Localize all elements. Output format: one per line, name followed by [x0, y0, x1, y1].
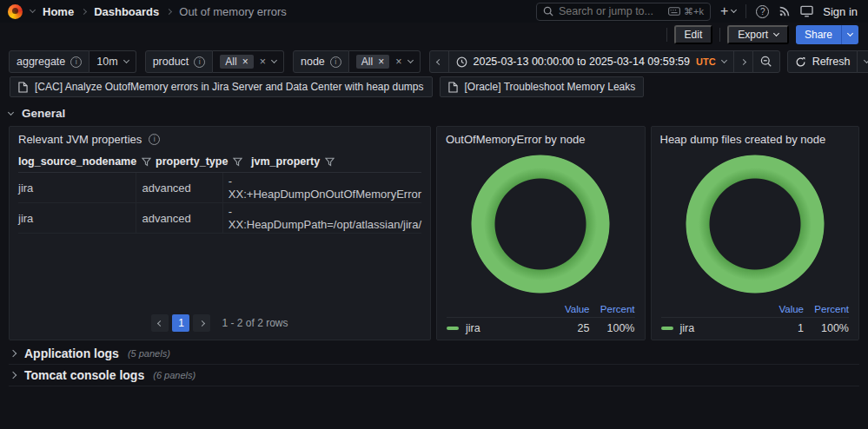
- collapsed-rows: Application logs (5 panels) Tomcat conso…: [0, 340, 868, 386]
- legend-header-percent[interactable]: Percent: [804, 304, 849, 314]
- variable-label-text: node: [301, 56, 325, 68]
- info-icon: i: [70, 56, 82, 68]
- rss-icon: [779, 5, 791, 17]
- variable-node-label: node i: [293, 50, 349, 73]
- row-general-title: General: [22, 107, 65, 120]
- divider: [666, 28, 667, 42]
- variable-label-text: aggregate: [17, 56, 65, 68]
- row-title: Tomcat console logs: [24, 368, 144, 382]
- cell-property-type: advanced: [136, 203, 222, 233]
- clear-all-icon[interactable]: ×: [395, 56, 401, 68]
- dashboard-link-oracle[interactable]: [Oracle] Troubleshoot Memory Leaks: [440, 76, 645, 97]
- pagination-next-button[interactable]: [193, 314, 210, 332]
- search-box[interactable]: ⌘+k: [536, 3, 711, 21]
- time-shift-forward-button[interactable]: [733, 50, 753, 73]
- chevron-right-icon: [199, 320, 205, 326]
- panel-title-text: OutOfMemoryError by node: [446, 133, 585, 146]
- variable-value-text: 10m: [96, 56, 117, 68]
- variable-product-value[interactable]: All × ×: [213, 50, 284, 73]
- dashboard-toolbar: Edit Export Share: [0, 23, 868, 47]
- legend-series[interactable]: jira: [661, 322, 766, 334]
- clear-all-icon[interactable]: ×: [260, 56, 266, 68]
- panel-title-text: Relevant JVM properties: [18, 133, 142, 146]
- series-name: jira: [466, 322, 480, 334]
- share-button[interactable]: Share: [796, 25, 841, 44]
- dashboard-link-cac[interactable]: [CAC] Analyze OutofMemory errors in Jira…: [10, 76, 433, 97]
- time-shift-back-button[interactable]: [429, 50, 449, 73]
- refresh-label: Refresh: [812, 56, 851, 68]
- panel-title[interactable]: Heap dump files created by node: [652, 127, 859, 149]
- series-value: 25: [552, 322, 590, 334]
- series-value: 1: [765, 322, 804, 334]
- series-percent: 100%: [804, 322, 849, 334]
- row-application-logs[interactable]: Application logs (5 panels): [9, 343, 859, 365]
- column-header-label: jvm_property: [251, 155, 320, 168]
- column-header-jvm-property[interactable]: jvm_property: [246, 155, 421, 168]
- info-icon: i: [330, 56, 341, 68]
- variable-node: node i All × ×: [293, 50, 420, 73]
- remove-option-icon[interactable]: ×: [378, 56, 384, 68]
- grafana-logo[interactable]: [8, 4, 23, 19]
- series-color-icon: [661, 327, 673, 330]
- zoom-out-time-button[interactable]: [752, 50, 780, 73]
- time-range-picker[interactable]: 2025-03-13 00:00:00 to 2025-03-14 09:59:…: [448, 50, 734, 73]
- series-color-icon: [447, 327, 459, 330]
- help-button[interactable]: ?: [756, 5, 769, 18]
- pagination-prev-button[interactable]: [151, 314, 169, 332]
- filter-funnel-icon[interactable]: [325, 157, 335, 167]
- filter-funnel-icon[interactable]: [233, 157, 242, 167]
- breadcrumb-home[interactable]: Home: [43, 5, 74, 18]
- share-menu-button[interactable]: [841, 25, 858, 44]
- column-header-property-type[interactable]: property_type: [150, 155, 246, 168]
- timezone-label: UTC: [696, 56, 716, 67]
- org-switcher-chevron-icon[interactable]: [30, 7, 36, 13]
- table-row: jira advanced -XX:+HeapDumpOnOutOfMemory…: [18, 173, 421, 203]
- chevron-down-icon: [721, 57, 727, 63]
- legend-row: jira 25 100%: [447, 318, 635, 334]
- time-range-text: 2025-03-13 00:00:00 to 2025-03-14 09:59:…: [474, 56, 691, 68]
- chevron-right-icon: [166, 8, 172, 14]
- column-header-log-source-nodename[interactable]: log_source_nodename: [18, 155, 150, 168]
- export-label: Export: [738, 29, 768, 41]
- search-icon: [543, 6, 553, 16]
- legend-header-value[interactable]: Value: [765, 304, 804, 314]
- column-header-label: log_source_nodename: [18, 155, 136, 168]
- panels-row: Relevant JVM properties i log_source_nod…: [0, 126, 868, 340]
- row-tomcat-console-logs[interactable]: Tomcat console logs (6 panels): [9, 365, 859, 386]
- variable-aggregate-value[interactable]: 10m: [89, 50, 136, 73]
- refresh-button[interactable]: Refresh: [787, 50, 858, 73]
- breadcrumb-dashboards[interactable]: Dashboards: [94, 5, 159, 18]
- selected-option-chip: All ×: [356, 55, 389, 69]
- table-row: jira advanced -XX:HeapDumpPath=/opt/atla…: [18, 203, 421, 234]
- export-button[interactable]: Export: [727, 25, 789, 44]
- row-general-header[interactable]: General: [0, 97, 868, 126]
- panel-title[interactable]: OutOfMemoryError by node: [437, 127, 645, 149]
- pagination-page-1[interactable]: 1: [172, 314, 189, 332]
- dashboard-link-label: [CAC] Analyze OutofMemory errors in Jira…: [35, 81, 424, 93]
- remove-option-icon[interactable]: ×: [242, 56, 248, 68]
- legend-header-percent[interactable]: Percent: [590, 304, 635, 314]
- zoom-out-icon: [760, 56, 772, 68]
- clock-icon: [456, 56, 467, 68]
- legend-header-value[interactable]: Value: [552, 304, 590, 314]
- edit-button[interactable]: Edit: [674, 25, 713, 44]
- kiosk-mode-button[interactable]: [800, 5, 813, 17]
- variable-product: product i All × ×: [145, 50, 284, 73]
- dashboard-link-label: [Oracle] Troubleshoot Memory Leaks: [465, 81, 636, 93]
- cell-property-type: advanced: [136, 173, 222, 202]
- refresh-interval-button[interactable]: [857, 50, 868, 73]
- dashboard-links: [CAC] Analyze OutofMemory errors in Jira…: [0, 76, 868, 97]
- news-button[interactable]: [779, 5, 791, 17]
- legend-series[interactable]: jira: [447, 322, 552, 334]
- sign-in-link[interactable]: Sign in: [823, 5, 858, 18]
- top-nav: Home Dashboards Out of memory errors ⌘+k: [0, 0, 868, 23]
- search-input[interactable]: [559, 5, 663, 17]
- chevron-down-icon: [123, 57, 129, 63]
- document-icon: [448, 82, 458, 93]
- breadcrumb-current: Out of memory errors: [179, 5, 287, 18]
- info-icon: i: [194, 56, 205, 68]
- table: log_source_nodename property_type jvm_pr…: [18, 151, 421, 234]
- add-new-button[interactable]: +: [720, 5, 736, 17]
- panel-title[interactable]: Relevant JVM properties i: [10, 127, 430, 149]
- variable-node-value[interactable]: All × ×: [349, 50, 421, 73]
